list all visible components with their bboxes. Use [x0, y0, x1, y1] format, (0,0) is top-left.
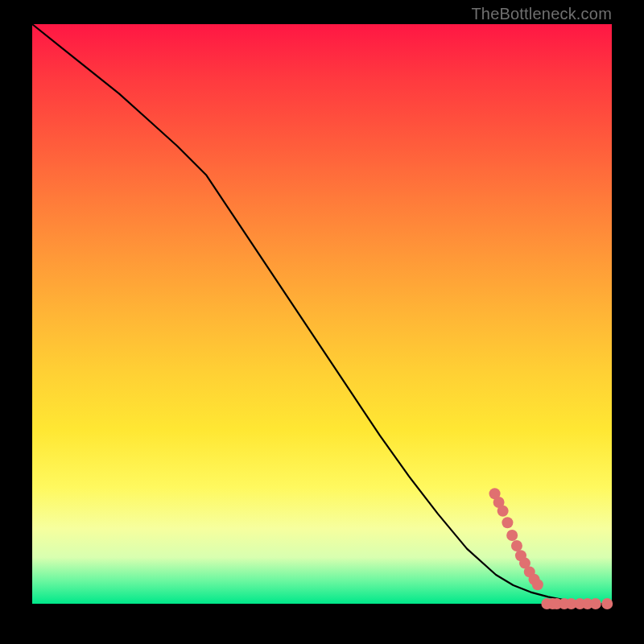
data-marker	[506, 530, 518, 541]
data-marker	[511, 540, 522, 551]
chart-overlay	[32, 24, 612, 604]
chart-frame: TheBottleneck.com	[0, 0, 644, 644]
curve-line	[32, 24, 612, 604]
data-marker	[532, 579, 543, 590]
data-marker	[497, 506, 509, 517]
marker-group	[489, 488, 613, 609]
data-marker	[502, 517, 513, 528]
data-marker	[590, 598, 601, 609]
watermark-text: TheBottleneck.com	[471, 5, 612, 23]
data-marker	[601, 598, 613, 609]
